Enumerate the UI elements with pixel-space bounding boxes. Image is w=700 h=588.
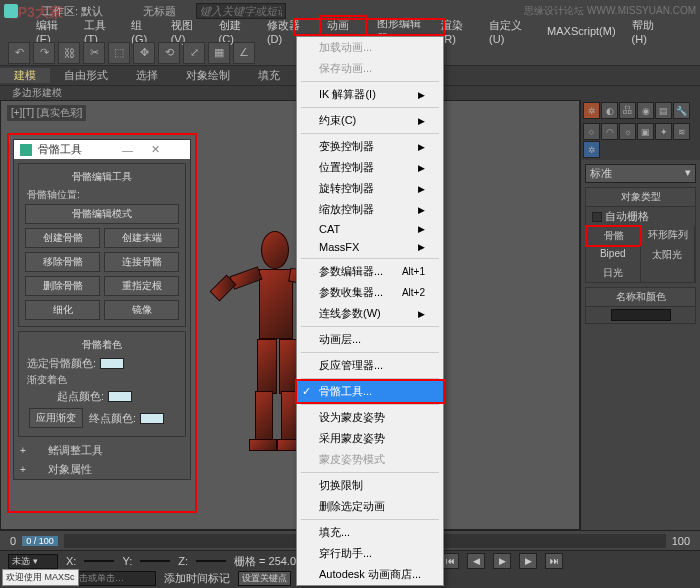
link-button[interactable]: ⛓ bbox=[58, 42, 80, 64]
menu-item-3[interactable]: IK 解算器(I)▶ bbox=[297, 84, 443, 105]
obj-props-rollout[interactable]: + 对象属性 bbox=[14, 460, 190, 479]
ribbon-tab-4[interactable]: 填充 bbox=[244, 68, 294, 83]
mirror-button[interactable]: 镜像 bbox=[104, 300, 179, 320]
menu-item-28[interactable]: 切换限制 bbox=[297, 475, 443, 496]
menu-item-11[interactable]: CAT▶ bbox=[297, 220, 443, 238]
shapes-cat[interactable]: ◠ bbox=[601, 123, 618, 140]
viewport[interactable]: [+][T] [真实色彩] 骨骼工具 — ✕ 骨骼编辑工具 骨骼轴位置: 骨骼编… bbox=[0, 100, 580, 530]
reassign-root-button[interactable]: 重指定根 bbox=[104, 276, 179, 296]
z-field[interactable] bbox=[196, 560, 226, 562]
menu-item-29[interactable]: 删除选定动画 bbox=[297, 496, 443, 517]
bones-button[interactable]: 骨骼 bbox=[585, 225, 642, 247]
refine-button[interactable]: 细化 bbox=[25, 300, 100, 320]
menu-item-8[interactable]: 位置控制器▶ bbox=[297, 157, 443, 178]
ribbon-tab-3[interactable]: 对象绘制 bbox=[172, 68, 244, 83]
menu-item-14[interactable]: 参数编辑器...Alt+1 bbox=[297, 261, 443, 282]
menu-item-16[interactable]: 连线参数(W)▶ bbox=[297, 303, 443, 324]
selection-filter[interactable]: 未选 ▾ bbox=[8, 554, 58, 569]
ribbon-tab-2[interactable]: 选择 bbox=[122, 68, 172, 83]
hierarchy-tab[interactable]: 品 bbox=[619, 102, 636, 119]
end-color-swatch[interactable] bbox=[140, 413, 164, 424]
biped-button[interactable]: Biped bbox=[586, 246, 641, 264]
ribbon-tab-1[interactable]: 自由形式 bbox=[50, 68, 122, 83]
x-field[interactable] bbox=[84, 560, 114, 562]
next-frame-button[interactable]: ▶ bbox=[519, 553, 537, 569]
snap-button[interactable]: ▦ bbox=[208, 42, 230, 64]
menu-item-31[interactable]: 填充... bbox=[297, 522, 443, 543]
menu-item-18[interactable]: 动画层... bbox=[297, 329, 443, 350]
menu-item-10[interactable]: 缩放控制器▶ bbox=[297, 199, 443, 220]
goto-start-button[interactable]: ⏮ bbox=[441, 553, 459, 569]
geometry-cat[interactable]: ○ bbox=[583, 123, 600, 140]
z-label: Z: bbox=[178, 555, 188, 567]
daylight-button[interactable]: 日光 bbox=[586, 264, 641, 282]
play-button[interactable]: ▶ bbox=[493, 553, 511, 569]
menu-item-0: 加载动画... bbox=[297, 37, 443, 58]
menu-10[interactable]: MAXScript(M) bbox=[541, 24, 621, 38]
fin-tools-rollout[interactable]: + 鳍调整工具 bbox=[14, 441, 190, 460]
remove-bone-button[interactable]: 移除骨骼 bbox=[25, 252, 100, 272]
rotate-button[interactable]: ⟲ bbox=[158, 42, 180, 64]
viewport-label[interactable]: [+][T] [真实色彩] bbox=[7, 105, 86, 121]
menu-item-22[interactable]: ✓骨骼工具... bbox=[297, 381, 443, 402]
bone-color-title: 骨骼着色 bbox=[23, 338, 181, 352]
menu-9[interactable]: 自定义(U) bbox=[483, 17, 537, 46]
create-bone-button[interactable]: 创建骨骼 bbox=[25, 228, 100, 248]
redo-button[interactable]: ↷ bbox=[33, 42, 55, 64]
menu-item-33[interactable]: Autodesk 动画商店... bbox=[297, 564, 443, 585]
bone-edit-mode-button[interactable]: 骨骼编辑模式 bbox=[25, 204, 179, 224]
unlink-button[interactable]: ✂ bbox=[83, 42, 105, 64]
tl-pos[interactable]: 0 / 100 bbox=[22, 536, 58, 546]
systems-cat[interactable]: ✲ bbox=[583, 141, 600, 158]
create-tail-button[interactable]: 创建末端 bbox=[104, 228, 179, 248]
start-color-swatch[interactable] bbox=[108, 391, 132, 402]
move-button[interactable]: ✥ bbox=[133, 42, 155, 64]
menu-item-9[interactable]: 旋转控制器▶ bbox=[297, 178, 443, 199]
close-button[interactable]: ✕ bbox=[151, 143, 160, 156]
menu-item-24[interactable]: 设为蒙皮姿势 bbox=[297, 407, 443, 428]
scale-button[interactable]: ⤢ bbox=[183, 42, 205, 64]
display-tab[interactable]: ▤ bbox=[655, 102, 672, 119]
connect-bone-button[interactable]: 连接骨骼 bbox=[104, 252, 179, 272]
menu-separator bbox=[301, 133, 439, 134]
modify-tab[interactable]: ◐ bbox=[601, 102, 618, 119]
delete-bone-button[interactable]: 删除骨骼 bbox=[25, 276, 100, 296]
subcategory-dropdown[interactable]: 标准▾ bbox=[585, 164, 696, 183]
menu-item-25[interactable]: 采用蒙皮姿势 bbox=[297, 428, 443, 449]
menu-11[interactable]: 帮助(H) bbox=[626, 17, 670, 46]
y-field[interactable] bbox=[140, 560, 170, 562]
goto-end-button[interactable]: ⏭ bbox=[545, 553, 563, 569]
undo-button[interactable]: ↶ bbox=[8, 42, 30, 64]
ring-array-button[interactable]: 环形阵列 bbox=[641, 226, 695, 246]
spacewarps-cat[interactable]: ≋ bbox=[673, 123, 690, 140]
prev-frame-button[interactable]: ◀ bbox=[467, 553, 485, 569]
angle-snap-button[interactable]: ∠ bbox=[233, 42, 255, 64]
menu-separator bbox=[301, 472, 439, 473]
menu-item-15[interactable]: 参数收集器...Alt+2 bbox=[297, 282, 443, 303]
bone-tools-icon bbox=[20, 144, 32, 156]
menu-item-32[interactable]: 穿行助手... bbox=[297, 543, 443, 564]
menu-item-7[interactable]: 变换控制器▶ bbox=[297, 136, 443, 157]
menu-item-20[interactable]: 反应管理器... bbox=[297, 355, 443, 376]
sunlight-button[interactable]: 太阳光 bbox=[641, 246, 696, 264]
object-type-title: 对象类型 bbox=[586, 188, 695, 207]
setkey-button[interactable]: 设置关键点 bbox=[238, 571, 291, 586]
menu-item-12[interactable]: MassFX▶ bbox=[297, 238, 443, 256]
autogrid-checkbox[interactable]: 自动栅格 bbox=[586, 207, 695, 226]
apply-gradient-button[interactable]: 应用渐变 bbox=[29, 408, 83, 428]
object-color-swatch[interactable] bbox=[611, 309, 671, 321]
ribbon-tab-0[interactable]: 建模 bbox=[0, 68, 50, 83]
lights-cat[interactable]: ☼ bbox=[619, 123, 636, 140]
utilities-tab[interactable]: 🔧 bbox=[673, 102, 690, 119]
motion-tab[interactable]: ◉ bbox=[637, 102, 654, 119]
cameras-cat[interactable]: ▣ bbox=[637, 123, 654, 140]
add-marker-label[interactable]: 添加时间标记 bbox=[164, 571, 230, 586]
select-button[interactable]: ⬚ bbox=[108, 42, 130, 64]
create-tab[interactable]: ✲ bbox=[583, 102, 600, 119]
sel-color-swatch[interactable] bbox=[100, 358, 124, 369]
menu-item-5[interactable]: 约束(C)▶ bbox=[297, 110, 443, 131]
bone-edit-title: 骨骼编辑工具 bbox=[23, 170, 181, 184]
minimize-button[interactable]: — bbox=[122, 144, 133, 156]
helpers-cat[interactable]: ✦ bbox=[655, 123, 672, 140]
bone-tools-panel: 骨骼工具 — ✕ 骨骼编辑工具 骨骼轴位置: 骨骼编辑模式 创建骨骼 创建末端 … bbox=[13, 139, 191, 480]
